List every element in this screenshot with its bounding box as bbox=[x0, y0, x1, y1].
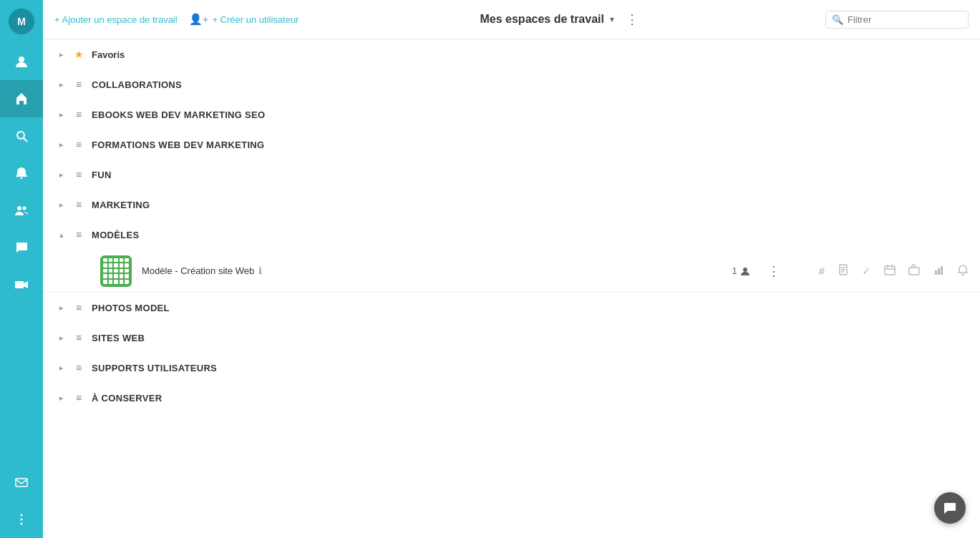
workspace-meta: 1 bbox=[732, 265, 749, 276]
photos-label: PHOTOS Model bbox=[92, 303, 170, 313]
list-item-aconserver[interactable]: ≡ À CONSERVER bbox=[43, 383, 980, 413]
svg-rect-17 bbox=[885, 266, 895, 275]
topbar-more-button[interactable]: ⋮ bbox=[620, 9, 644, 30]
svg-rect-7 bbox=[15, 281, 24, 288]
home-icon[interactable] bbox=[0, 80, 43, 117]
svg-text:M: M bbox=[17, 16, 26, 27]
chevron-fun bbox=[54, 167, 69, 182]
avatar-container[interactable]: M bbox=[0, 0, 43, 43]
list-icon-formations: ≡ bbox=[72, 137, 86, 152]
sitesweb-label: SITES WEB bbox=[92, 333, 145, 343]
svg-point-6 bbox=[23, 207, 26, 210]
member-count: 1 bbox=[732, 265, 737, 276]
chevron-favoris bbox=[54, 47, 69, 62]
member-icon bbox=[740, 266, 750, 276]
workspace-name: Modèle - Création site Web ℹ bbox=[142, 265, 732, 276]
svg-line-4 bbox=[24, 138, 27, 142]
list-icon-modeles: ≡ bbox=[72, 228, 86, 242]
list-icon-marketing: ≡ bbox=[72, 197, 86, 212]
workspace-more-button[interactable]: ⋮ bbox=[765, 260, 783, 282]
create-user-icon: 👤+ bbox=[189, 13, 209, 26]
briefcase-icon[interactable] bbox=[908, 264, 920, 278]
workspace-name-text: Modèle - Création site Web bbox=[142, 265, 254, 276]
topbar-center: Mes espaces de travail ⋮ bbox=[310, 9, 814, 30]
chevron-supports bbox=[54, 361, 69, 375]
list-item-fun[interactable]: ≡ FUN bbox=[43, 160, 980, 190]
marketing-label: MARKETING bbox=[92, 200, 150, 210]
list-icon-collaborations: ≡ bbox=[72, 77, 86, 92]
topbar: + Ajouter un espace de travail 👤+ + Crée… bbox=[43, 0, 980, 39]
notification-bell-icon[interactable] bbox=[957, 264, 969, 278]
chevron-aconserver bbox=[54, 391, 69, 405]
more-options-icon[interactable] bbox=[0, 501, 43, 538]
list-item-photos[interactable]: ≡ PHOTOS Model bbox=[43, 293, 980, 323]
video-icon[interactable] bbox=[0, 266, 43, 303]
list-icon-sitesweb: ≡ bbox=[72, 331, 86, 345]
title-dropdown-icon[interactable] bbox=[610, 14, 614, 24]
svg-rect-25 bbox=[941, 266, 943, 274]
search-input[interactable] bbox=[848, 14, 962, 25]
list-item-favoris[interactable]: ★ Favoris bbox=[43, 39, 980, 69]
workspace-info-icon[interactable]: ℹ bbox=[258, 265, 262, 276]
list-item-modeles[interactable]: ≡ MODÈLES bbox=[43, 220, 980, 250]
check-icon[interactable]: ✓ bbox=[862, 265, 871, 278]
fun-label: FUN bbox=[92, 170, 112, 180]
svg-rect-23 bbox=[935, 270, 937, 274]
sidebar: M bbox=[0, 0, 43, 538]
hashtag-icon[interactable]: # bbox=[819, 265, 825, 277]
calendar-icon[interactable] bbox=[884, 264, 896, 278]
search-box: 🔍 bbox=[825, 11, 969, 29]
supports-label: SUPPORTS Utilisateurs bbox=[92, 363, 217, 373]
chart-icon[interactable] bbox=[933, 264, 944, 278]
main-content: + Ajouter un espace de travail 👤+ + Crée… bbox=[43, 0, 980, 538]
star-icon: ★ bbox=[72, 47, 86, 62]
user-profile-icon[interactable] bbox=[0, 43, 43, 80]
svg-rect-8 bbox=[16, 479, 27, 486]
list-icon-photos: ≡ bbox=[72, 300, 86, 315]
list-item-formations[interactable]: ≡ FORMATIONS Web Dev Marketing bbox=[43, 129, 980, 160]
document-icon[interactable] bbox=[838, 264, 849, 278]
create-user-button[interactable]: 👤+ + Créer un utilisateur bbox=[189, 13, 299, 26]
list-icon-supports: ≡ bbox=[72, 361, 86, 375]
list-item-marketing[interactable]: ≡ MARKETING bbox=[43, 190, 980, 220]
list-item-collaborations[interactable]: ≡ COLLABORATIONS bbox=[43, 69, 980, 99]
list-item-ebooks[interactable]: ≡ EBOOKS Web DeV Marketing SEO bbox=[43, 99, 980, 129]
topbar-right: 🔍 bbox=[825, 11, 969, 29]
page-title: Mes espaces de travail bbox=[480, 13, 604, 26]
svg-point-10 bbox=[21, 519, 23, 521]
svg-rect-24 bbox=[938, 268, 940, 274]
collaborations-label: COLLABORATIONS bbox=[92, 79, 182, 90]
svg-point-11 bbox=[21, 523, 23, 525]
svg-rect-21 bbox=[909, 268, 919, 275]
chat-icon[interactable] bbox=[0, 229, 43, 266]
add-workspace-label: + Ajouter un espace de travail bbox=[54, 14, 178, 25]
search-icon[interactable] bbox=[0, 117, 43, 155]
workspace-actions: # ✓ bbox=[819, 264, 969, 278]
svg-point-5 bbox=[17, 206, 21, 210]
chevron-marketing bbox=[54, 197, 69, 212]
workspace-thumbnail bbox=[100, 255, 132, 287]
workspace-row-modele: Modèle - Création site Web ℹ 1 ⋮ # bbox=[43, 250, 980, 293]
chevron-formations bbox=[54, 137, 69, 152]
list-icon-ebooks: ≡ bbox=[72, 107, 86, 122]
list-item-sitesweb[interactable]: ≡ SITES WEB bbox=[43, 323, 980, 353]
chat-bubble[interactable] bbox=[934, 492, 966, 524]
svg-point-3 bbox=[17, 132, 24, 139]
workspace-list: ★ Favoris ≡ COLLABORATIONS ≡ EBOOKS Web … bbox=[43, 39, 980, 538]
add-workspace-button[interactable]: + Ajouter un espace de travail bbox=[54, 14, 178, 25]
chevron-collaborations bbox=[54, 77, 69, 92]
contacts-icon[interactable] bbox=[0, 192, 43, 229]
chevron-modeles bbox=[54, 228, 69, 242]
list-icon-fun: ≡ bbox=[72, 167, 86, 182]
list-item-supports[interactable]: ≡ SUPPORTS Utilisateurs bbox=[43, 353, 980, 383]
chevron-ebooks bbox=[54, 107, 69, 122]
svg-point-9 bbox=[21, 514, 23, 517]
aconserver-label: À CONSERVER bbox=[92, 393, 162, 404]
list-icon-aconserver: ≡ bbox=[72, 391, 86, 405]
create-user-label: + Créer un utilisateur bbox=[212, 14, 299, 25]
ebooks-label: EBOOKS Web DeV Marketing SEO bbox=[92, 109, 265, 120]
chevron-photos bbox=[54, 300, 69, 315]
favoris-label: Favoris bbox=[92, 49, 125, 60]
bell-icon[interactable] bbox=[0, 155, 43, 192]
email-icon[interactable] bbox=[0, 464, 43, 501]
